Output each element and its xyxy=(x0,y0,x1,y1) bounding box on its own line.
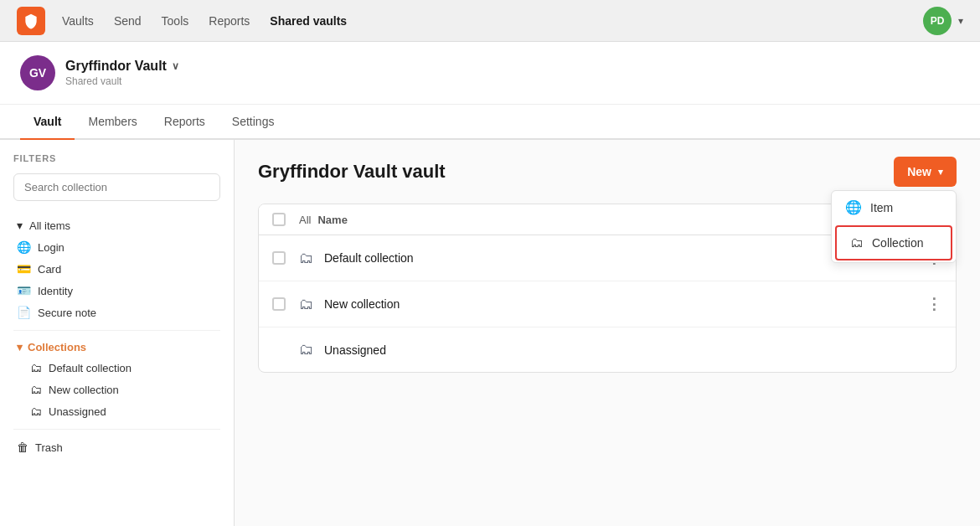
nav-links: Vaults Send Tools Reports Shared vaults xyxy=(62,11,923,31)
folder-new-icon: 🗂 xyxy=(30,383,42,396)
row-folder-icon: 🗂 xyxy=(299,296,314,313)
top-nav: Vaults Send Tools Reports Shared vaults … xyxy=(0,0,980,42)
main-content: Gryffindor Vault vault New ▾ 🌐 Item 🗂 Co… xyxy=(235,140,980,526)
vault-info: Gryffindor Vault ∨ Shared vault xyxy=(65,59,179,87)
unassigned-label: Unassigned xyxy=(49,405,106,418)
row-checkbox-default[interactable] xyxy=(272,251,286,265)
new-button-wrapper: New ▾ 🌐 Item 🗂 Collection xyxy=(894,157,957,187)
sidebar-item-all-items[interactable]: ▾ All items xyxy=(13,214,220,236)
dropdown-item-collection[interactable]: 🗂 Collection xyxy=(835,225,952,260)
sidebar: FILTERS ▾ All items 🌐 Login 💳 Card 🪪 Ide… xyxy=(0,140,235,526)
user-menu-chevron[interactable]: ▾ xyxy=(958,15,963,27)
chevron-collections-icon: ▾ xyxy=(17,341,23,353)
sidebar-item-default-collection[interactable]: 🗂 Default collection xyxy=(13,357,220,379)
vault-title[interactable]: Gryffindor Vault ∨ xyxy=(65,59,179,74)
nav-right: PD ▾ xyxy=(923,7,963,35)
chevron-down-icon: ▾ xyxy=(17,219,23,232)
vault-chevron-icon: ∨ xyxy=(172,60,179,72)
tab-members[interactable]: Members xyxy=(75,105,150,140)
main-layout: FILTERS ▾ All items 🌐 Login 💳 Card 🪪 Ide… xyxy=(0,140,980,526)
row-folder-icon: 🗂 xyxy=(299,341,314,358)
tabs-bar: Vault Members Reports Settings xyxy=(0,105,980,140)
folder-icon: 🗂 xyxy=(30,361,42,374)
sidebar-item-new-collection[interactable]: 🗂 New collection xyxy=(13,379,220,400)
sidebar-divider-2 xyxy=(13,429,220,430)
sidebar-item-login[interactable]: 🌐 Login xyxy=(13,236,220,258)
sidebar-divider xyxy=(13,330,220,331)
all-label: All xyxy=(299,214,311,226)
item-globe-icon: 🌐 xyxy=(845,199,862,215)
row-name-unassigned: Unassigned xyxy=(324,343,942,357)
nav-send[interactable]: Send xyxy=(114,11,142,31)
dropdown-item-label: Item xyxy=(870,201,893,214)
sidebar-item-trash[interactable]: 🗑 Trash xyxy=(13,436,220,458)
nav-tools[interactable]: Tools xyxy=(162,11,189,31)
sidebar-item-unassigned[interactable]: 🗂 Unassigned xyxy=(13,400,220,422)
row-name-new: New collection xyxy=(324,297,926,311)
row-actions-new[interactable]: ⋮ xyxy=(926,295,942,313)
tab-reports[interactable]: Reports xyxy=(151,105,219,140)
default-collection-label: Default collection xyxy=(49,362,132,374)
all-items-label: All items xyxy=(29,219,70,232)
app-logo[interactable] xyxy=(17,7,45,35)
dropdown-collection-label: Collection xyxy=(872,236,923,250)
new-button[interactable]: New ▾ xyxy=(894,157,957,187)
trash-icon: 🗑 xyxy=(17,441,28,454)
user-avatar[interactable]: PD xyxy=(923,7,952,35)
secure-note-label: Secure note xyxy=(38,307,96,319)
table-row: 🗂 Unassigned xyxy=(259,327,956,372)
sidebar-item-secure-note[interactable]: 📄 Secure note xyxy=(13,302,220,323)
table-row: 🗂 New collection ⋮ xyxy=(259,281,956,327)
vault-avatar: GV xyxy=(20,55,55,90)
new-dropdown-menu: 🌐 Item 🗂 Collection xyxy=(831,190,957,263)
row-checkbox-new[interactable] xyxy=(272,297,286,311)
nav-shared-vaults[interactable]: Shared vaults xyxy=(270,11,347,31)
folder-unassigned-icon: 🗂 xyxy=(30,405,42,418)
header-check-all xyxy=(272,213,299,226)
filters-label: FILTERS xyxy=(13,153,220,163)
collection-folder-icon: 🗂 xyxy=(850,235,864,250)
search-input[interactable] xyxy=(13,173,220,201)
tab-vault[interactable]: Vault xyxy=(20,105,75,140)
row-folder-icon: 🗂 xyxy=(299,250,314,267)
nav-vaults[interactable]: Vaults xyxy=(62,11,94,31)
globe-icon: 🌐 xyxy=(17,240,31,254)
tab-settings[interactable]: Settings xyxy=(219,105,288,140)
sidebar-item-identity[interactable]: 🪪 Identity xyxy=(13,280,220,302)
content-header: Gryffindor Vault vault New ▾ 🌐 Item 🗂 Co… xyxy=(258,157,957,187)
new-collection-label: New collection xyxy=(49,384,119,396)
select-all-checkbox[interactable] xyxy=(272,213,286,226)
row-checkbox-wrapper xyxy=(272,297,299,311)
collections-label: Collections xyxy=(28,341,86,353)
new-button-label: New xyxy=(907,165,931,178)
note-icon: 📄 xyxy=(17,306,31,319)
sidebar-item-card[interactable]: 💳 Card xyxy=(13,258,220,280)
login-label: Login xyxy=(38,241,64,254)
identity-icon: 🪪 xyxy=(17,284,31,297)
row-checkbox-wrapper xyxy=(272,251,299,265)
vault-header: GV Gryffindor Vault ∨ Shared vault xyxy=(0,42,980,105)
new-button-chevron-icon: ▾ xyxy=(938,167,943,178)
card-label: Card xyxy=(38,263,61,276)
trash-label: Trash xyxy=(35,441,63,454)
nav-reports[interactable]: Reports xyxy=(209,11,250,31)
vault-subtitle: Shared vault xyxy=(65,75,179,87)
card-icon: 💳 xyxy=(17,262,31,276)
collections-section[interactable]: ▾ Collections xyxy=(17,341,220,353)
page-title: Gryffindor Vault vault xyxy=(258,161,446,183)
dropdown-item-item[interactable]: 🌐 Item xyxy=(832,191,956,224)
identity-label: Identity xyxy=(38,285,73,297)
row-checkbox-wrapper xyxy=(272,343,299,357)
